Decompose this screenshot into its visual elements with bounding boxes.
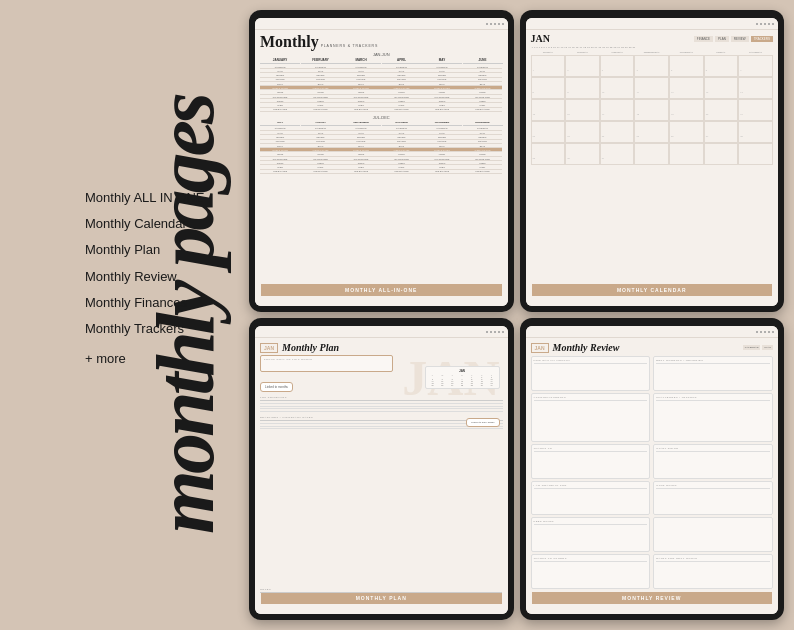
month-header-jan: JANUARY [260,58,300,64]
month-header-may: MAY [422,58,462,64]
allinone-subtitle: PLANNERS & TRACKERS [321,44,378,48]
nav-item-review[interactable]: Monthly Review [85,264,245,290]
allinone-title: Monthly [260,34,319,50]
card-review: JAN Monthly Review CALENDAR PLAN HOW WAS… [520,318,785,620]
month-header-feb: FEBRUARY [301,58,341,64]
review-bottom-label: MONTHLY REVIEW [532,592,773,604]
tab-trackers[interactable]: TRACKERS [751,36,773,42]
card-allinone: Monthly PLANNERS & TRACKERS JAN-JUN JANU… [249,10,514,312]
nav-item-finances[interactable]: Monthly Finances [85,290,245,316]
date-range-1: JAN-JUN [260,52,503,57]
plan-title: Monthly Plan [282,342,339,353]
calendar-bottom-label: MONTHLY CALENDAR [532,284,773,296]
month-header-jun: JUNE [463,58,503,64]
nav-item-calendar[interactable]: Monthly Calendar [85,211,245,237]
review-title: Monthly Review [553,342,620,353]
bubble-linked-months: Linked to months [260,382,293,392]
tab-review[interactable]: REVIEW [731,36,749,42]
card-calendar: JAN FINANCE PLAN REVIEW TRACKERS 1234567… [520,10,785,312]
nav-item-trackers[interactable]: Monthly Trackers [85,316,245,342]
left-navigation: Monthly ALL IN ONE Monthly Calendar Mont… [85,185,245,372]
bubble-linked-daily: Linked to daily pages [466,418,500,427]
month-header-mar: MARCH [341,58,381,64]
right-panel: Monthly PLANNERS & TRACKERS JAN-JUN JANU… [239,0,794,630]
nav-item-more[interactable]: + more [85,346,245,372]
plan-notes-label: NOTES [260,588,502,593]
nav-item-allinone[interactable]: Monthly ALL IN ONE [85,185,245,211]
allinone-bottom-label: MONTHLY ALL-IN-ONE [261,284,502,296]
card-plan: JAN JAN Monthly Plan FOCUS GOAL OF THIS … [249,318,514,620]
month-header-apr: APRIL [382,58,422,64]
tab-plan[interactable]: PLAN [715,36,729,42]
tab-finance[interactable]: FINANCE [694,36,713,42]
date-range-2: JUL-DEC [260,115,503,120]
left-panel: monthly pages Monthly ALL IN ONE Monthly… [0,0,240,630]
nav-item-plan[interactable]: Monthly Plan [85,237,245,263]
calendar-month: JAN [531,33,550,44]
plan-priorities-label: TOP PRIORITIES [260,396,503,401]
